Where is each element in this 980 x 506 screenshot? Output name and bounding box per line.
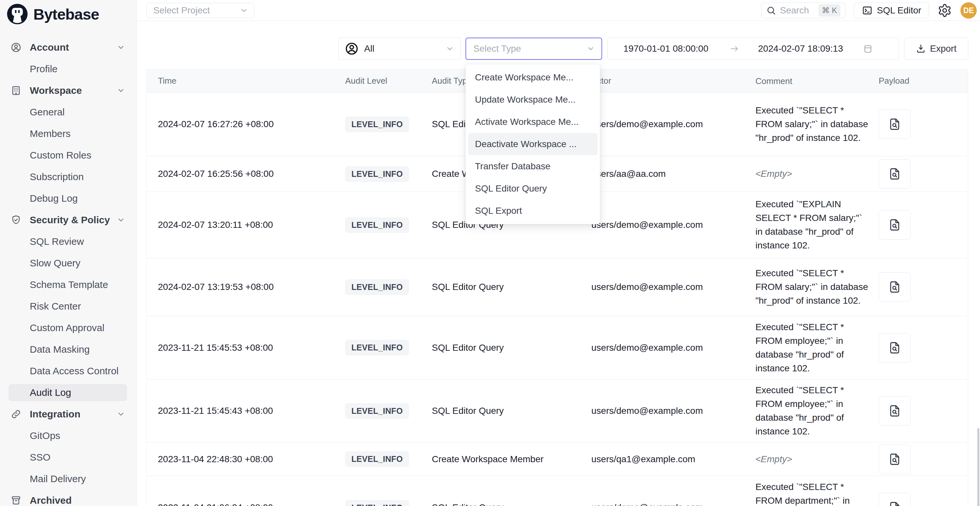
- sidebar-item-schema-template[interactable]: Schema Template: [0, 274, 136, 296]
- sidebar-item-label: Mail Delivery: [30, 473, 86, 484]
- cell-actor: users/demo@example.com: [591, 476, 756, 506]
- cell-time: 2023-11-21 15:45:53 +08:00: [147, 316, 345, 379]
- cell-audit-type: SQL Editor Query: [432, 476, 591, 506]
- file-search-icon: [888, 218, 902, 232]
- actor-filter-value: All: [364, 43, 374, 54]
- sidebar-item-debug-log[interactable]: Debug Log: [0, 188, 136, 209]
- avatar[interactable]: DE: [960, 2, 977, 19]
- sidebar-item-label: Debug Log: [30, 193, 78, 204]
- table-row: 2023-11-04 22:48:30 +08:00LEVEL_INFOCrea…: [147, 442, 968, 476]
- type-dropdown-option-activate-workspace-me[interactable]: Activate Workspace Me...: [466, 111, 600, 133]
- date-range-end[interactable]: 2024-02-07 18:09:13: [758, 43, 843, 54]
- sidebar-item-members[interactable]: Members: [0, 123, 136, 145]
- sidebar-item-label: Schema Template: [30, 279, 108, 290]
- sidebar-item-label: Data Access Control: [30, 366, 119, 377]
- user-circle-icon: [10, 42, 22, 53]
- actor-filter-select[interactable]: All: [338, 38, 461, 60]
- type-filter-select[interactable]: Select Type: [466, 38, 602, 60]
- link-icon: [10, 409, 22, 420]
- sidebar-section-label: Account: [30, 42, 69, 53]
- view-payload-button[interactable]: [879, 396, 911, 426]
- sidebar-item-profile[interactable]: Profile: [0, 58, 136, 80]
- date-range-picker[interactable]: 1970-01-01 08:00:00 2024-02-07 18:09:13: [607, 38, 899, 60]
- sql-editor-button[interactable]: SQL Editor: [854, 3, 929, 18]
- view-payload-button[interactable]: [879, 272, 911, 302]
- sidebar-item-data-access-control[interactable]: Data Access Control: [0, 360, 136, 382]
- cell-comment: <Empty>: [756, 156, 879, 191]
- sidebar-item-sso[interactable]: SSO: [0, 447, 136, 468]
- sidebar-item-custom-approval[interactable]: Custom Approval: [0, 317, 136, 339]
- sidebar-item-general[interactable]: General: [0, 101, 136, 123]
- column-header-audit-level: Audit Level: [345, 70, 432, 92]
- table-row: 2023-11-21 15:45:43 +08:00LEVEL_INFOSQL …: [147, 380, 968, 442]
- view-payload-button[interactable]: [879, 159, 911, 189]
- type-dropdown-option-deactivate-workspace[interactable]: Deactivate Workspace ...: [468, 133, 598, 155]
- download-icon: [916, 44, 926, 54]
- sidebar-item-label: Custom Approval: [30, 322, 104, 333]
- sidebar-item-subscription[interactable]: Subscription: [0, 166, 136, 188]
- sidebar: Bytebase AccountProfileWorkspaceGeneralM…: [0, 0, 137, 506]
- chevron-down-icon: [586, 45, 595, 53]
- sidebar-section-workspace[interactable]: Workspace: [0, 80, 136, 101]
- view-payload-button[interactable]: [879, 210, 911, 240]
- cell-comment: Executed `"SELECT * FROM employee;"` in …: [756, 380, 879, 442]
- sidebar-item-custom-roles[interactable]: Custom Roles: [0, 145, 136, 166]
- sidebar-item-label: GitOps: [30, 430, 60, 441]
- view-payload-button[interactable]: [879, 110, 911, 139]
- sidebar-item-gitops[interactable]: GitOps: [0, 425, 136, 447]
- sql-editor-label: SQL Editor: [877, 5, 921, 16]
- cell-audit-type: SQL Editor Query: [432, 380, 591, 442]
- brand[interactable]: Bytebase: [0, 0, 136, 25]
- type-dropdown-option-create-workspace-me[interactable]: Create Workspace Me...: [466, 66, 600, 89]
- date-range-start[interactable]: 1970-01-01 08:00:00: [624, 43, 708, 54]
- type-dropdown-option-transfer-database[interactable]: Transfer Database: [466, 155, 600, 178]
- cell-audit-level: LEVEL_INFO: [345, 442, 432, 476]
- sidebar-item-audit-log[interactable]: Audit Log: [0, 382, 136, 403]
- type-dropdown-option-update-workspace-me[interactable]: Update Workspace Me...: [466, 89, 600, 111]
- file-search-icon: [888, 167, 902, 181]
- chevron-down-icon: [117, 43, 125, 52]
- sidebar-item-mail-delivery[interactable]: Mail Delivery: [0, 468, 136, 490]
- sidebar-item-label: SSO: [30, 452, 50, 463]
- sidebar-item-data-masking[interactable]: Data Masking: [0, 339, 136, 360]
- sidebar-section-integration[interactable]: Integration: [0, 403, 136, 425]
- sidebar-item-slow-query[interactable]: Slow Query: [0, 252, 136, 274]
- audit-level-badge: LEVEL_INFO: [345, 117, 409, 132]
- sidebar-section-label: Integration: [30, 409, 80, 420]
- audit-level-badge: LEVEL_INFO: [345, 280, 409, 295]
- type-dropdown-option-sql-export[interactable]: SQL Export: [466, 200, 600, 222]
- cell-payload: [879, 92, 969, 156]
- sidebar-item-sql-review[interactable]: SQL Review: [0, 231, 136, 252]
- sidebar-item-label: Custom Roles: [30, 150, 91, 161]
- view-payload-button[interactable]: [879, 444, 911, 474]
- sidebar-section-archived[interactable]: Archived: [0, 490, 136, 506]
- file-search-icon: [888, 501, 902, 506]
- cell-actor: users/demo@example.com: [591, 316, 756, 379]
- cell-audit-type: SQL Editor Query: [432, 316, 591, 379]
- cell-payload: [879, 156, 969, 191]
- sidebar-item-label: Profile: [30, 64, 57, 75]
- view-payload-button[interactable]: [879, 333, 911, 363]
- cell-time: 2024-02-07 16:27:26 +08:00: [147, 92, 345, 156]
- terminal-icon: [862, 5, 873, 16]
- gear-icon[interactable]: [937, 3, 952, 18]
- sidebar-item-label: Members: [30, 128, 71, 139]
- sidebar-item-label: Slow Query: [30, 258, 80, 269]
- scrollbar-thumb[interactable]: [977, 428, 979, 506]
- search-input-box[interactable]: ⌘ K: [761, 3, 845, 18]
- search-shortcut-badge: ⌘ K: [819, 4, 840, 17]
- search-input[interactable]: [780, 5, 819, 16]
- type-dropdown-option-sql-editor-query[interactable]: SQL Editor Query: [466, 178, 600, 200]
- view-payload-button[interactable]: [879, 493, 911, 506]
- sidebar-section-account[interactable]: Account: [0, 37, 136, 58]
- sidebar-item-risk-center[interactable]: Risk Center: [0, 296, 136, 317]
- sidebar-section-security-policy[interactable]: Security & Policy: [0, 209, 136, 231]
- user-circle-icon: [345, 41, 359, 56]
- chevron-down-icon: [117, 410, 125, 418]
- export-button[interactable]: Export: [904, 38, 968, 60]
- cell-actor: users/aa@aa.com: [591, 156, 756, 191]
- column-header-time: Time: [147, 70, 345, 92]
- column-header-comment: Comment: [756, 70, 879, 92]
- project-select[interactable]: Select Project: [146, 3, 254, 18]
- audit-level-badge: LEVEL_INFO: [345, 340, 409, 355]
